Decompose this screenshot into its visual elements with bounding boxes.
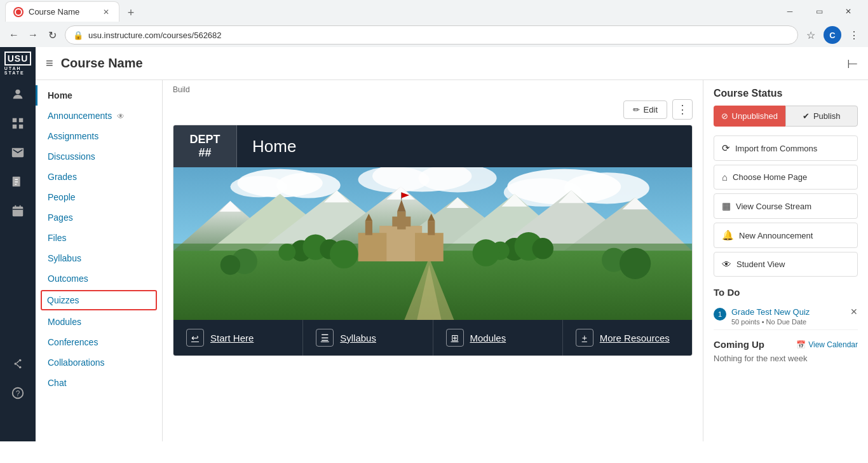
svg-point-70 bbox=[473, 239, 499, 266]
todo-close-todo-grade-quiz[interactable]: ✕ bbox=[850, 307, 858, 317]
course-nav-item-home[interactable]: Home bbox=[36, 85, 162, 106]
svg-rect-50 bbox=[358, 233, 387, 261]
unpublished-icon: ⊘ bbox=[721, 111, 728, 121]
sidebar-action-icon-student-view: 👁 bbox=[722, 259, 731, 270]
gnav-expand[interactable] bbox=[4, 408, 32, 436]
browser-chrome: Course Name ✕ + ─ ▭ ✕ ← → ↻ 🔒 usu.instru… bbox=[0, 0, 868, 47]
more-options-button[interactable]: ⋮ bbox=[672, 99, 693, 120]
gnav-inbox[interactable] bbox=[4, 139, 32, 167]
gnav-courses[interactable] bbox=[4, 109, 32, 137]
collapse-button[interactable]: ⊢ bbox=[847, 56, 858, 71]
view-calendar-link[interactable]: 📅 View Calendar bbox=[796, 340, 858, 349]
todo-item-todo-grade-quiz: 1 Grade Test New Quiz 50 points • No Due… bbox=[714, 303, 858, 330]
svg-point-69 bbox=[330, 240, 358, 268]
new-tab-button[interactable]: + bbox=[122, 4, 140, 22]
sidebar-action-icon-view-stream: ▦ bbox=[722, 200, 731, 212]
address-bar[interactable]: 🔒 usu.instructure.com/courses/562682 bbox=[65, 25, 798, 45]
svg-point-14 bbox=[19, 359, 22, 362]
sidebar-action-choose-home[interactable]: ⌂ Choose Home Page bbox=[714, 165, 858, 190]
course-nav-item-conferences[interactable]: Conferences bbox=[36, 332, 162, 352]
course-nav-item-discussions[interactable]: Discussions bbox=[36, 146, 162, 167]
sidebar-action-student-view[interactable]: 👁 Student View bbox=[714, 252, 858, 277]
banner-link-start-here[interactable]: ↩ Start Here bbox=[173, 320, 303, 356]
course-nav-item-files[interactable]: Files bbox=[36, 228, 162, 248]
tab-close-button[interactable]: ✕ bbox=[101, 7, 111, 17]
sidebar-action-icon-choose-home: ⌂ bbox=[722, 172, 728, 183]
svg-line-16 bbox=[17, 361, 19, 363]
svg-rect-1 bbox=[13, 118, 17, 122]
gnav-calendar[interactable] bbox=[4, 197, 32, 225]
course-nav-item-chat[interactable]: Chat bbox=[36, 373, 162, 393]
menu-button[interactable]: ⋮ bbox=[845, 26, 863, 44]
hamburger-button[interactable]: ≡ bbox=[46, 56, 53, 71]
minimize-button[interactable]: ─ bbox=[775, 1, 804, 22]
publish-label: Publish bbox=[813, 111, 841, 121]
course-nav: HomeAnnouncements👁AssignmentsDiscussions… bbox=[36, 80, 163, 441]
announcements-visibility-icon[interactable]: 👁 bbox=[117, 112, 125, 121]
tab-favicon bbox=[13, 7, 24, 17]
todo-badge: 1 bbox=[714, 308, 726, 321]
course-status-title: Course Status bbox=[714, 88, 858, 99]
banner-links: ↩ Start Here ☰ Syllabus ⊞ Modules + More… bbox=[173, 320, 692, 356]
omnibox-bar: ← → ↻ 🔒 usu.instructure.com/courses/5626… bbox=[0, 23, 868, 47]
svg-point-64 bbox=[278, 244, 295, 261]
banner-header: DEPT## Home bbox=[173, 125, 692, 167]
main-content: ≡ Course Name ⊢ HomeAnnouncements👁Assign… bbox=[36, 47, 868, 441]
course-nav-item-syllabus[interactable]: Syllabus bbox=[36, 248, 162, 268]
banner-home-title: Home bbox=[237, 125, 692, 167]
sidebar-action-label-import-commons: Import from Commons bbox=[735, 144, 817, 153]
svg-text:?: ? bbox=[16, 389, 20, 398]
status-buttons: ⊘ Unpublished ✔ Publish bbox=[714, 106, 858, 127]
bookmark-button[interactable]: ☆ bbox=[802, 26, 820, 44]
course-nav-item-assignments[interactable]: Assignments bbox=[36, 126, 162, 146]
banner-link-syllabus-link[interactable]: ☰ Syllabus bbox=[303, 320, 433, 356]
gnav-account[interactable] bbox=[4, 80, 32, 108]
usu-logo[interactable]: USU UTAH STATE bbox=[4, 50, 31, 76]
maximize-button[interactable]: ▭ bbox=[804, 1, 834, 22]
course-nav-item-pages[interactable]: Pages bbox=[36, 207, 162, 228]
svg-rect-2 bbox=[19, 118, 23, 122]
center-panel: Build ✏ Edit ⋮ DEPT## bbox=[163, 80, 703, 441]
profile-button[interactable]: C bbox=[824, 26, 841, 44]
sidebar-action-label-new-announcement: New Announcement bbox=[739, 231, 813, 240]
course-nav-item-grades[interactable]: Grades bbox=[36, 167, 162, 187]
unpublished-label: Unpublished bbox=[732, 111, 778, 121]
banner-link-more-resources-link[interactable]: + More Resources bbox=[563, 320, 692, 356]
breadcrumb: Build bbox=[173, 85, 693, 94]
coming-up-section: Coming Up 📅 View Calendar Nothing for th… bbox=[714, 339, 858, 363]
sidebar-action-icon-import-commons: ⟳ bbox=[722, 142, 730, 154]
course-nav-item-people[interactable]: People bbox=[36, 187, 162, 207]
sidebar-action-import-commons[interactable]: ⟳ Import from Commons bbox=[714, 135, 858, 161]
banner-link-icon-more-resources-link: + bbox=[576, 329, 593, 347]
course-nav-item-collaborations[interactable]: Collaborations bbox=[36, 352, 162, 373]
course-nav-item-outcomes[interactable]: Outcomes bbox=[36, 268, 162, 289]
forward-button[interactable]: → bbox=[24, 26, 42, 44]
banner-link-modules-link[interactable]: ⊞ Modules bbox=[433, 320, 563, 356]
sidebar-action-label-student-view: Student View bbox=[736, 259, 785, 269]
todo-text: Grade Test New Quiz 50 points • No Due D… bbox=[731, 307, 845, 326]
sidebar-action-view-stream[interactable]: ▦ View Course Stream bbox=[714, 193, 858, 219]
course-nav-item-announcements[interactable]: Announcements👁 bbox=[36, 106, 162, 126]
active-tab[interactable]: Course Name ✕ bbox=[5, 1, 119, 22]
gnav-help[interactable]: ? bbox=[4, 379, 32, 407]
sidebar-action-icon-new-announcement: 🔔 bbox=[722, 230, 734, 241]
content-area: HomeAnnouncements👁AssignmentsDiscussions… bbox=[36, 80, 868, 441]
gnav-grades[interactable] bbox=[4, 168, 32, 196]
page-title: Course Name bbox=[61, 56, 143, 71]
course-nav-item-modules[interactable]: Modules bbox=[36, 312, 162, 332]
todo-link-todo-grade-quiz[interactable]: Grade Test New Quiz bbox=[731, 307, 810, 317]
edit-button[interactable]: ✏ Edit bbox=[623, 100, 667, 119]
back-button[interactable]: ← bbox=[5, 26, 23, 44]
coming-up-header: Coming Up 📅 View Calendar bbox=[714, 339, 858, 350]
svg-rect-57 bbox=[365, 221, 372, 235]
unpublished-button[interactable]: ⊘ Unpublished bbox=[714, 106, 785, 127]
banner-link-icon-modules-link: ⊞ bbox=[446, 329, 464, 347]
sidebar-action-new-announcement[interactable]: 🔔 New Announcement bbox=[714, 223, 858, 248]
gnav-share[interactable] bbox=[4, 350, 32, 378]
svg-point-13 bbox=[15, 363, 17, 365]
course-nav-item-quizzes[interactable]: Quizzes bbox=[41, 290, 157, 310]
publish-button[interactable]: ✔ Publish bbox=[785, 106, 858, 127]
banner-link-label-more-resources-link: More Resources bbox=[600, 333, 670, 343]
close-button[interactable]: ✕ bbox=[834, 1, 863, 22]
refresh-button[interactable]: ↻ bbox=[43, 26, 61, 44]
